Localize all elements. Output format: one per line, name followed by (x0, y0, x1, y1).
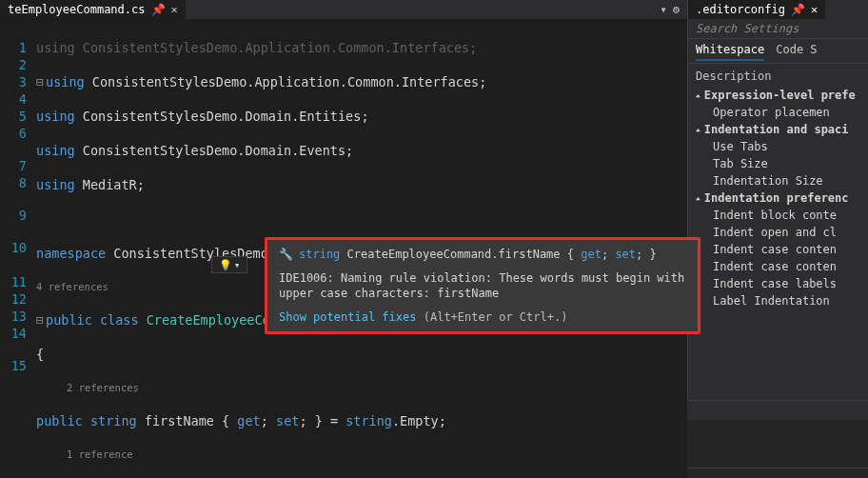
whitespace-tab[interactable]: Whitespace (696, 43, 764, 61)
wrench-icon: 🔧 (279, 248, 293, 261)
show-fixes-link[interactable]: Show potential fixes (279, 310, 417, 324)
tooltip-error-code: IDE1006 (279, 271, 327, 285)
line-number-gutter: 123456 78 9 10 11121314 15 (0, 20, 36, 478)
diagnostic-tooltip: 🔧 string CreateEmployeeCommand.firstName… (265, 237, 700, 334)
tree-leaf[interactable]: Indent open and cl (688, 224, 868, 241)
tree-leaf[interactable]: Indentation Size (688, 172, 868, 189)
editorconfig-panel: .editorconfig 📌 ✕ Search Settings Whites… (687, 0, 868, 400)
tree-leaf[interactable]: Indent case labels (688, 275, 868, 292)
editorconfig-tab[interactable]: .editorconfig 📌 ✕ (688, 0, 825, 19)
tab-overflow-icon[interactable]: ▾ (661, 3, 667, 16)
codelens[interactable]: 1 reference (36, 447, 687, 462)
file-tab[interactable]: teEmployeeCommand.cs 📌 ✕ (0, 0, 186, 19)
tooltip-error-msg: : Naming rule violation: These words mus… (279, 271, 684, 300)
tree-node[interactable]: ▲Indentation preferenc (688, 189, 868, 207)
gear-icon[interactable]: ⚙ (673, 3, 680, 16)
editor-tab-bar: teEmployeeCommand.cs 📌 ✕ ▾ ⚙ (0, 0, 687, 20)
file-tab-label: teEmployeeCommand.cs (8, 3, 146, 16)
code-editor[interactable]: 123456 78 9 10 11121314 15 using Consist… (0, 20, 687, 478)
tree-leaf[interactable]: Indent case conten (688, 241, 868, 258)
pin-icon[interactable]: 📌 (151, 3, 166, 16)
codelens[interactable]: 2 references (36, 380, 687, 395)
close-icon[interactable]: ✕ (811, 3, 818, 16)
pin-icon[interactable]: 📌 (791, 3, 805, 16)
tree-leaf[interactable]: Indent block conte (688, 207, 868, 224)
tree-leaf[interactable]: Tab Size (688, 155, 868, 172)
tree-node[interactable]: ▲Expression-level prefe (688, 87, 868, 104)
codestyle-tab[interactable]: Code S (776, 43, 817, 61)
lightbulb-icon: 💡 (219, 259, 232, 271)
tree-leaf[interactable]: Label Indentation (688, 292, 868, 309)
search-settings-input[interactable]: Search Settings (688, 19, 868, 39)
close-icon[interactable]: ✕ (171, 3, 178, 16)
tree-leaf[interactable]: Use Tabs (688, 138, 868, 155)
lightbulb-quickfix[interactable]: 💡▾ (211, 256, 247, 273)
tree-leaf[interactable]: Operator placemen (688, 104, 868, 121)
tree-node[interactable]: ▲Indentation and spaci (688, 121, 868, 138)
settings-tree: ▲Expression-level prefe Operator placeme… (688, 87, 868, 309)
tree-leaf[interactable]: Indent case conten (688, 258, 868, 275)
description-header: Description (688, 63, 868, 87)
